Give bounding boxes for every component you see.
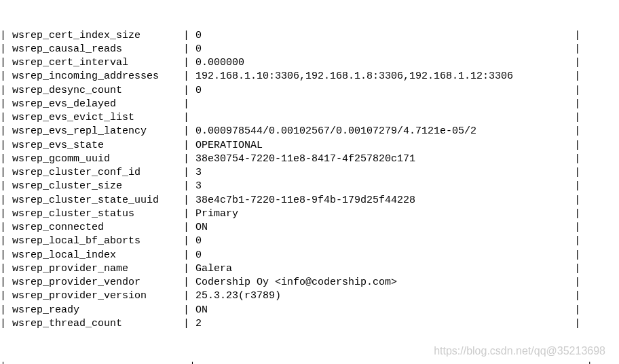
- table-row: | wsrep_causal_reads | 0 |: [0, 43, 619, 56]
- table-row: | wsrep_cluster_conf_id | 3 |: [0, 166, 619, 180]
- table-row: | wsrep_desync_count | 0 |: [0, 84, 619, 98]
- table-row: | wsrep_thread_count | 2 |: [0, 317, 619, 331]
- table-row: | wsrep_evs_repl_latency | 0.000978544/0…: [0, 125, 619, 138]
- table-border-bottom: +------------------------------+--------…: [0, 359, 619, 365]
- table-row: | wsrep_cluster_status | Primary |: [0, 207, 619, 221]
- table-rows: | wsrep_cert_index_size | 0 || wsrep_cau…: [0, 29, 619, 331]
- table-row: | wsrep_gcomm_uuid | 38e30754-7220-11e8-…: [0, 153, 619, 166]
- table-row: | wsrep_evs_evict_list | |: [0, 111, 619, 125]
- table-row: | wsrep_cluster_size | 3 |: [0, 180, 619, 193]
- table-row: | wsrep_cert_interval | 0.000000 |: [0, 56, 619, 70]
- table-row: | wsrep_connected | ON |: [0, 221, 619, 235]
- table-row: | wsrep_provider_vendor | Codership Oy <…: [0, 276, 619, 289]
- table-row: | wsrep_local_index | 0 |: [0, 249, 619, 262]
- table-row: | wsrep_provider_version | 25.3.23(r3789…: [0, 289, 619, 303]
- table-row: | wsrep_evs_state | OPERATIONAL |: [0, 139, 619, 153]
- table-row: | wsrep_local_bf_aborts | 0 |: [0, 235, 619, 248]
- watermark-text: https://blog.csdn.net/qq@35213698: [434, 344, 605, 359]
- mysql-status-table: | wsrep_cert_index_size | 0 || wsrep_cau…: [0, 1, 619, 364]
- table-row: | wsrep_evs_delayed | |: [0, 98, 619, 111]
- table-row: | wsrep_cluster_state_uuid | 38e4c7b1-72…: [0, 194, 619, 207]
- table-row: | wsrep_provider_name | Galera |: [0, 262, 619, 276]
- table-row: | wsrep_ready | ON |: [0, 304, 619, 317]
- table-row: | wsrep_cert_index_size | 0 |: [0, 29, 619, 43]
- table-row: | wsrep_incoming_addresses | 192.168.1.1…: [0, 70, 619, 83]
